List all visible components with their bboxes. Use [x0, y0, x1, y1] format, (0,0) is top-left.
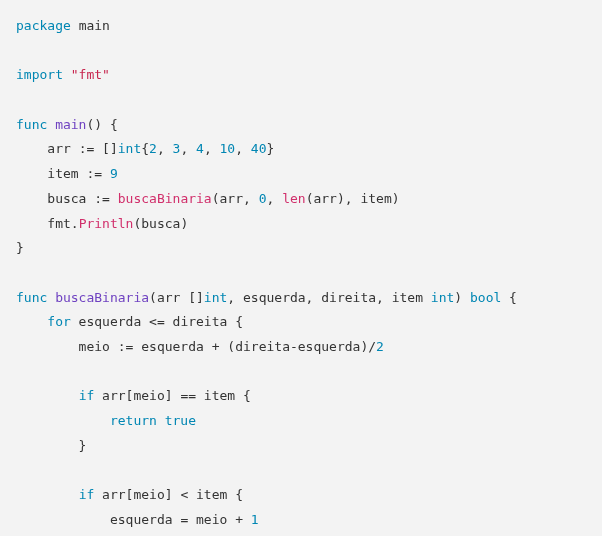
brace: { [141, 141, 149, 156]
code-text: esquerda [133, 339, 211, 354]
operator: / [368, 339, 376, 354]
code-text: ) [454, 290, 470, 305]
keyword-for: for [47, 314, 70, 329]
space [243, 512, 251, 527]
code-text: esquerda) [298, 339, 368, 354]
brace-close: } [16, 240, 24, 255]
code-text: direita { [165, 314, 243, 329]
number: 2 [149, 141, 157, 156]
indent [16, 388, 79, 403]
keyword-func: func [16, 117, 47, 132]
space [110, 191, 118, 206]
space [47, 290, 55, 305]
parens: () [86, 117, 102, 132]
code-text: item [16, 166, 86, 181]
space [102, 166, 110, 181]
code-text: arr [16, 141, 79, 156]
code-text: [] [94, 141, 117, 156]
code-text: (arr, [212, 191, 259, 206]
import-string: "fmt" [71, 67, 110, 82]
type-int: int [204, 290, 227, 305]
keyword-return: return [110, 413, 157, 428]
code-text: fmt. [16, 216, 79, 231]
code-text: esquerda [71, 314, 149, 329]
keyword-if: if [79, 388, 95, 403]
code-text: (direita [220, 339, 290, 354]
brace-close: } [16, 438, 86, 453]
builtin-len: len [282, 191, 305, 206]
keyword-package: package [16, 18, 71, 33]
code-text: (busca) [133, 216, 188, 231]
operator: + [212, 339, 220, 354]
brace-open: { [501, 290, 517, 305]
operator: := [118, 339, 134, 354]
package-name: main [79, 18, 110, 33]
comma: , [235, 141, 251, 156]
type-int: int [118, 141, 141, 156]
keyword-import: import [16, 67, 63, 82]
keyword-func: func [16, 290, 47, 305]
type-bool: bool [470, 290, 501, 305]
code-block: package main import "fmt" func main() { … [0, 0, 602, 536]
indent [16, 487, 79, 502]
code-text: item { [188, 487, 243, 502]
operator: := [79, 141, 95, 156]
code-text: , esquerda, direita, item [227, 290, 431, 305]
keyword-if: if [79, 487, 95, 502]
func-buscabinaria: buscaBinaria [55, 290, 149, 305]
number: 9 [110, 166, 118, 181]
code-text: busca [16, 191, 94, 206]
code-text: (arr [] [149, 290, 204, 305]
number: 1 [251, 512, 259, 527]
operator: <= [149, 314, 165, 329]
code-text: item { [196, 388, 251, 403]
operator: := [94, 191, 110, 206]
operator: := [86, 166, 102, 181]
space [157, 413, 165, 428]
func-call: buscaBinaria [118, 191, 212, 206]
number: 40 [251, 141, 267, 156]
code-text: meio [16, 339, 118, 354]
func-main: main [55, 117, 86, 132]
code-text: (arr), item) [306, 191, 400, 206]
number: 2 [376, 339, 384, 354]
number: 10 [220, 141, 236, 156]
operator: - [290, 339, 298, 354]
number: 4 [196, 141, 204, 156]
code-text: meio [188, 512, 235, 527]
func-println: Println [79, 216, 134, 231]
brace: } [267, 141, 275, 156]
comma: , [204, 141, 220, 156]
indent [16, 413, 110, 428]
code-text: esquerda [16, 512, 180, 527]
comma: , [157, 141, 173, 156]
comma: , [180, 141, 196, 156]
indent [16, 314, 47, 329]
operator: == [180, 388, 196, 403]
brace-open: { [102, 117, 118, 132]
type-int: int [431, 290, 454, 305]
operator: + [235, 512, 243, 527]
code-text: arr[meio] [94, 487, 180, 502]
bool-true: true [165, 413, 196, 428]
code-text: , [266, 191, 282, 206]
code-text: arr[meio] [94, 388, 180, 403]
